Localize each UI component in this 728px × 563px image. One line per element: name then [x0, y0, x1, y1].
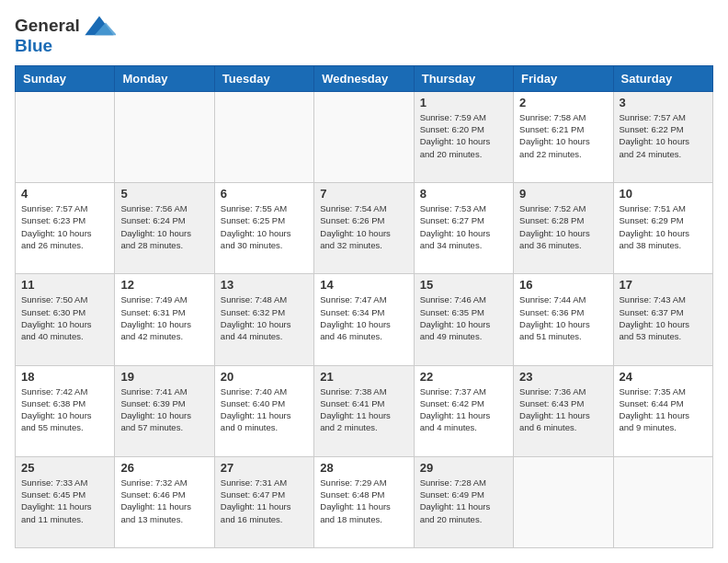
day-info: Sunrise: 7:44 AM Sunset: 6:36 PM Dayligh… [519, 293, 607, 342]
day-info: Sunrise: 7:41 AM Sunset: 6:39 PM Dayligh… [120, 385, 208, 434]
logo-icon [83, 13, 116, 37]
logo-general: General [15, 17, 80, 36]
day-header-wednesday: Wednesday [314, 65, 414, 91]
calendar-cell: 14Sunrise: 7:47 AM Sunset: 6:34 PM Dayli… [314, 274, 414, 365]
day-number: 11 [21, 278, 108, 292]
day-info: Sunrise: 7:59 AM Sunset: 6:20 PM Dayligh… [420, 111, 507, 160]
day-number: 28 [320, 461, 407, 475]
calendar-cell: 27Sunrise: 7:31 AM Sunset: 6:47 PM Dayli… [214, 456, 313, 547]
day-header-monday: Monday [115, 65, 214, 91]
calendar-cell [514, 456, 613, 547]
day-number: 2 [519, 96, 607, 109]
calendar-cell: 17Sunrise: 7:43 AM Sunset: 6:37 PM Dayli… [613, 274, 712, 365]
day-info: Sunrise: 7:32 AM Sunset: 6:46 PM Dayligh… [120, 477, 208, 525]
day-number: 13 [221, 278, 308, 292]
calendar-cell: 11Sunrise: 7:50 AM Sunset: 6:30 PM Dayli… [16, 274, 115, 365]
day-number: 1 [420, 96, 507, 109]
day-info: Sunrise: 7:29 AM Sunset: 6:48 PM Dayligh… [320, 477, 407, 525]
day-number: 9 [519, 187, 607, 201]
day-info: Sunrise: 7:49 AM Sunset: 6:31 PM Dayligh… [120, 293, 208, 342]
day-number: 29 [420, 461, 507, 475]
calendar-cell: 4Sunrise: 7:57 AM Sunset: 6:23 PM Daylig… [16, 183, 115, 274]
day-header-tuesday: Tuesday [214, 65, 313, 91]
calendar-cell: 12Sunrise: 7:49 AM Sunset: 6:31 PM Dayli… [115, 274, 214, 365]
day-number: 22 [420, 370, 507, 384]
day-number: 24 [620, 370, 707, 384]
day-info: Sunrise: 7:42 AM Sunset: 6:38 PM Dayligh… [21, 385, 108, 434]
calendar-cell: 3Sunrise: 7:57 AM Sunset: 6:22 PM Daylig… [613, 91, 712, 182]
calendar-week-1: 1Sunrise: 7:59 AM Sunset: 6:20 PM Daylig… [16, 91, 713, 182]
day-number: 12 [120, 278, 208, 292]
calendar-cell: 28Sunrise: 7:29 AM Sunset: 6:48 PM Dayli… [314, 456, 414, 547]
header: General Blue [15, 15, 713, 56]
calendar-cell: 2Sunrise: 7:58 AM Sunset: 6:21 PM Daylig… [514, 91, 613, 182]
calendar-week-3: 11Sunrise: 7:50 AM Sunset: 6:30 PM Dayli… [16, 274, 713, 365]
day-info: Sunrise: 7:46 AM Sunset: 6:35 PM Dayligh… [420, 293, 507, 342]
day-info: Sunrise: 7:38 AM Sunset: 6:41 PM Dayligh… [320, 385, 407, 434]
day-number: 26 [120, 461, 208, 475]
calendar-cell: 9Sunrise: 7:52 AM Sunset: 6:28 PM Daylig… [514, 183, 613, 274]
day-header-thursday: Thursday [414, 65, 513, 91]
calendar-cell: 1Sunrise: 7:59 AM Sunset: 6:20 PM Daylig… [414, 91, 513, 182]
day-number: 3 [620, 96, 707, 109]
calendar-cell [115, 91, 214, 182]
day-info: Sunrise: 7:57 AM Sunset: 6:22 PM Dayligh… [620, 111, 707, 160]
day-info: Sunrise: 7:58 AM Sunset: 6:21 PM Dayligh… [519, 111, 607, 160]
day-info: Sunrise: 7:55 AM Sunset: 6:25 PM Dayligh… [221, 202, 308, 251]
day-info: Sunrise: 7:48 AM Sunset: 6:32 PM Dayligh… [221, 293, 308, 342]
day-info: Sunrise: 7:43 AM Sunset: 6:37 PM Dayligh… [620, 293, 707, 342]
day-info: Sunrise: 7:35 AM Sunset: 6:44 PM Dayligh… [620, 385, 707, 434]
calendar-cell: 23Sunrise: 7:36 AM Sunset: 6:43 PM Dayli… [514, 365, 613, 456]
day-number: 6 [221, 187, 308, 201]
day-header-friday: Friday [514, 65, 613, 91]
calendar-cell: 25Sunrise: 7:33 AM Sunset: 6:45 PM Dayli… [16, 456, 115, 547]
calendar-cell: 5Sunrise: 7:56 AM Sunset: 6:24 PM Daylig… [115, 183, 214, 274]
calendar-table: SundayMondayTuesdayWednesdayThursdayFrid… [15, 65, 713, 548]
day-number: 18 [21, 370, 108, 384]
day-header-sunday: Sunday [16, 65, 115, 91]
day-number: 8 [420, 187, 507, 201]
calendar-cell: 29Sunrise: 7:28 AM Sunset: 6:49 PM Dayli… [414, 456, 513, 547]
calendar-cell: 10Sunrise: 7:51 AM Sunset: 6:29 PM Dayli… [613, 183, 712, 274]
day-info: Sunrise: 7:33 AM Sunset: 6:45 PM Dayligh… [21, 477, 108, 525]
calendar-cell: 22Sunrise: 7:37 AM Sunset: 6:42 PM Dayli… [414, 365, 513, 456]
page: General Blue SundayMondayTuesdayWednesda… [0, 0, 728, 563]
day-number: 4 [21, 187, 108, 201]
day-header-saturday: Saturday [613, 65, 712, 91]
calendar-cell: 20Sunrise: 7:40 AM Sunset: 6:40 PM Dayli… [214, 365, 313, 456]
calendar-cell: 19Sunrise: 7:41 AM Sunset: 6:39 PM Dayli… [115, 365, 214, 456]
calendar-cell: 21Sunrise: 7:38 AM Sunset: 6:41 PM Dayli… [314, 365, 414, 456]
calendar-cell [314, 91, 414, 182]
day-number: 25 [21, 461, 108, 475]
calendar-cell: 6Sunrise: 7:55 AM Sunset: 6:25 PM Daylig… [214, 183, 313, 274]
day-number: 5 [120, 187, 208, 201]
day-info: Sunrise: 7:51 AM Sunset: 6:29 PM Dayligh… [620, 202, 707, 251]
calendar-cell: 24Sunrise: 7:35 AM Sunset: 6:44 PM Dayli… [613, 365, 712, 456]
day-number: 7 [320, 187, 407, 201]
day-info: Sunrise: 7:28 AM Sunset: 6:49 PM Dayligh… [420, 477, 507, 525]
day-number: 23 [519, 370, 607, 384]
day-info: Sunrise: 7:40 AM Sunset: 6:40 PM Dayligh… [221, 385, 308, 434]
day-number: 10 [620, 187, 707, 201]
calendar-cell: 15Sunrise: 7:46 AM Sunset: 6:35 PM Dayli… [414, 274, 513, 365]
day-number: 15 [420, 278, 507, 292]
day-info: Sunrise: 7:37 AM Sunset: 6:42 PM Dayligh… [420, 385, 507, 434]
calendar-week-4: 18Sunrise: 7:42 AM Sunset: 6:38 PM Dayli… [16, 365, 713, 456]
calendar-cell: 18Sunrise: 7:42 AM Sunset: 6:38 PM Dayli… [16, 365, 115, 456]
day-number: 21 [320, 370, 407, 384]
day-info: Sunrise: 7:50 AM Sunset: 6:30 PM Dayligh… [21, 293, 108, 342]
day-info: Sunrise: 7:52 AM Sunset: 6:28 PM Dayligh… [519, 202, 607, 251]
calendar-cell [16, 91, 115, 182]
calendar-cell [613, 456, 712, 547]
logo: General Blue [15, 15, 116, 56]
calendar-cell: 7Sunrise: 7:54 AM Sunset: 6:26 PM Daylig… [314, 183, 414, 274]
day-number: 17 [620, 278, 707, 292]
calendar-cell [214, 91, 313, 182]
calendar-cell: 26Sunrise: 7:32 AM Sunset: 6:46 PM Dayli… [115, 456, 214, 547]
day-info: Sunrise: 7:57 AM Sunset: 6:23 PM Dayligh… [21, 202, 108, 251]
day-info: Sunrise: 7:31 AM Sunset: 6:47 PM Dayligh… [221, 477, 308, 525]
day-number: 27 [221, 461, 308, 475]
calendar-cell: 13Sunrise: 7:48 AM Sunset: 6:32 PM Dayli… [214, 274, 313, 365]
day-number: 14 [320, 278, 407, 292]
day-info: Sunrise: 7:53 AM Sunset: 6:27 PM Dayligh… [420, 202, 507, 251]
